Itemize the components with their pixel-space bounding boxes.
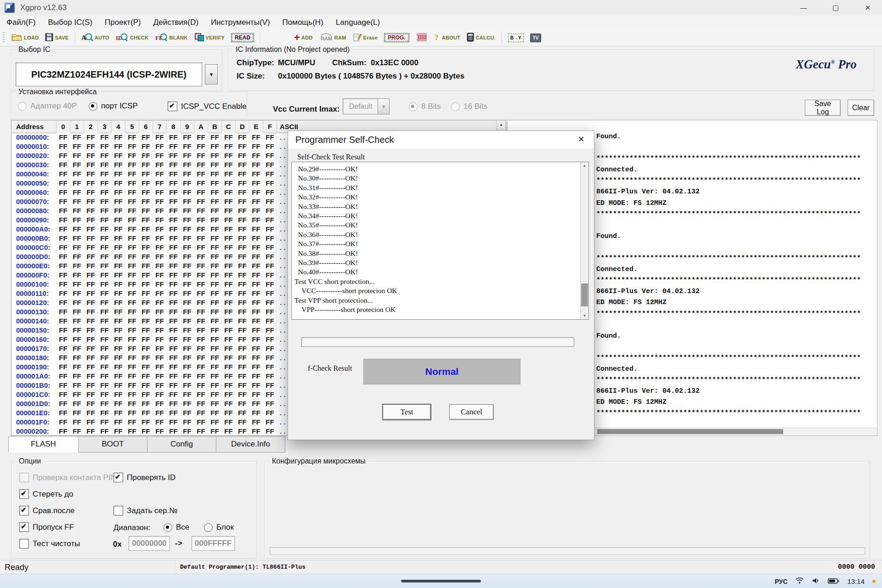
ic-select-dropdown-button[interactable]: ▼ bbox=[205, 64, 218, 85]
hex-byte-cell[interactable]: FF bbox=[125, 261, 139, 271]
hex-header-F[interactable]: F bbox=[263, 120, 277, 133]
hex-byte-cell[interactable]: FF bbox=[139, 317, 153, 326]
hex-byte-cell[interactable]: FF bbox=[139, 151, 153, 160]
hex-byte-cell[interactable]: FF bbox=[263, 252, 277, 261]
hex-byte-cell[interactable]: FF bbox=[167, 133, 181, 142]
hex-byte-cell[interactable]: FF bbox=[84, 362, 98, 372]
scrollbar-thumb[interactable] bbox=[597, 429, 783, 434]
hex-byte-cell[interactable]: FF bbox=[98, 298, 112, 307]
hex-byte-cell[interactable]: FF bbox=[249, 206, 263, 215]
hex-byte-cell[interactable]: FF bbox=[112, 427, 125, 435]
hex-byte-cell[interactable]: FF bbox=[181, 225, 194, 234]
hex-header-E[interactable]: E bbox=[249, 120, 263, 133]
hex-byte-cell[interactable]: FF bbox=[112, 225, 125, 234]
hex-byte-cell[interactable]: FF bbox=[153, 280, 167, 289]
hex-header-8[interactable]: 8 bbox=[167, 120, 181, 133]
hex-byte-cell[interactable]: FF bbox=[236, 317, 249, 326]
hex-byte-cell[interactable]: FF bbox=[125, 243, 139, 252]
hex-byte-cell[interactable]: FF bbox=[125, 225, 139, 234]
hex-byte-cell[interactable]: FF bbox=[125, 289, 139, 298]
hex-byte-cell[interactable]: FF bbox=[84, 271, 98, 280]
hex-byte-cell[interactable]: FF bbox=[112, 206, 125, 215]
hex-byte-cell[interactable]: FF bbox=[181, 271, 194, 280]
hex-byte-cell[interactable]: FF bbox=[167, 408, 181, 418]
hex-byte-cell[interactable]: FF bbox=[236, 381, 249, 390]
hex-byte-cell[interactable]: FF bbox=[263, 197, 277, 206]
hex-byte-cell[interactable]: FF bbox=[98, 261, 112, 271]
hex-byte-cell[interactable]: FF bbox=[181, 160, 194, 170]
hex-byte-cell[interactable]: FF bbox=[208, 418, 222, 427]
hex-byte-cell[interactable]: FF bbox=[98, 307, 112, 317]
hex-byte-cell[interactable]: FF bbox=[222, 381, 236, 390]
hex-header-2[interactable]: 2 bbox=[84, 120, 98, 133]
hex-byte-cell[interactable]: FF bbox=[222, 399, 236, 408]
hex-byte-cell[interactable]: FF bbox=[208, 399, 222, 408]
hex-byte-cell[interactable]: FF bbox=[222, 234, 236, 243]
hex-byte-cell[interactable]: FF bbox=[57, 307, 70, 317]
hex-byte-cell[interactable]: FF bbox=[112, 317, 125, 326]
hex-byte-cell[interactable]: FF bbox=[236, 362, 249, 372]
hex-byte-cell[interactable]: FF bbox=[139, 335, 153, 344]
hex-byte-cell[interactable]: FF bbox=[153, 234, 167, 243]
hex-byte-cell[interactable]: FF bbox=[139, 344, 153, 353]
hex-byte-cell[interactable]: FF bbox=[167, 243, 181, 252]
hex-byte-cell[interactable]: FF bbox=[181, 261, 194, 271]
hex-byte-cell[interactable]: FF bbox=[194, 188, 208, 197]
hex-byte-cell[interactable]: FF bbox=[139, 353, 153, 362]
hex-byte-cell[interactable]: FF bbox=[249, 418, 263, 427]
hex-byte-cell[interactable]: FF bbox=[57, 261, 70, 271]
hex-byte-cell[interactable]: FF bbox=[208, 335, 222, 344]
range-from-input[interactable]: 00000000 bbox=[129, 536, 170, 551]
hex-byte-cell[interactable]: FF bbox=[263, 215, 277, 225]
hex-byte-cell[interactable]: FF bbox=[70, 261, 84, 271]
hex-byte-cell[interactable]: FF bbox=[194, 151, 208, 160]
hex-byte-cell[interactable]: FF bbox=[98, 234, 112, 243]
hex-byte-cell[interactable]: FF bbox=[70, 418, 84, 427]
hex-byte-cell[interactable]: FF bbox=[236, 160, 249, 170]
hex-byte-cell[interactable]: FF bbox=[249, 215, 263, 225]
hex-byte-cell[interactable]: FF bbox=[249, 170, 263, 179]
hex-byte-cell[interactable]: FF bbox=[98, 372, 112, 381]
toolbar-blank-check-button[interactable]: FFBLANK bbox=[155, 33, 188, 43]
hex-byte-cell[interactable]: FF bbox=[263, 133, 277, 142]
menu-item-help[interactable]: Помощь(H) bbox=[283, 18, 323, 27]
hex-byte-cell[interactable]: FF bbox=[112, 188, 125, 197]
hex-byte-cell[interactable]: FF bbox=[194, 289, 208, 298]
hex-byte-cell[interactable]: FF bbox=[125, 362, 139, 372]
hex-byte-cell[interactable]: FF bbox=[181, 381, 194, 390]
hex-byte-cell[interactable]: FF bbox=[208, 280, 222, 289]
hex-byte-cell[interactable]: FF bbox=[222, 271, 236, 280]
scroll-up-icon[interactable]: ▲ bbox=[581, 162, 588, 169]
hex-byte-cell[interactable]: FF bbox=[153, 362, 167, 372]
hex-byte-cell[interactable]: FF bbox=[153, 160, 167, 170]
hex-byte-cell[interactable]: FF bbox=[98, 344, 112, 353]
toolbar-save-button[interactable]: SAVE bbox=[45, 33, 68, 43]
hex-byte-cell[interactable]: FF bbox=[181, 335, 194, 344]
hex-byte-cell[interactable]: FF bbox=[139, 289, 153, 298]
hex-header-3[interactable]: 3 bbox=[98, 120, 112, 133]
hex-byte-cell[interactable]: FF bbox=[236, 289, 249, 298]
self-check-result-item[interactable]: No.39#-----------OK! bbox=[294, 258, 579, 267]
hex-byte-cell[interactable]: FF bbox=[181, 142, 194, 151]
test-button[interactable]: Test bbox=[383, 404, 431, 420]
hex-byte-cell[interactable]: FF bbox=[84, 215, 98, 225]
hex-byte-cell[interactable]: FF bbox=[167, 390, 181, 399]
toolbar-check-id-button[interactable]: IDCHECK bbox=[116, 33, 149, 43]
hex-byte-cell[interactable]: FF bbox=[167, 271, 181, 280]
hex-byte-cell[interactable]: FF bbox=[98, 289, 112, 298]
hex-byte-cell[interactable]: FF bbox=[194, 344, 208, 353]
hex-byte-cell[interactable]: FF bbox=[181, 399, 194, 408]
hex-byte-cell[interactable]: FF bbox=[57, 271, 70, 280]
hex-byte-cell[interactable]: FF bbox=[84, 261, 98, 271]
hex-byte-cell[interactable]: FF bbox=[125, 427, 139, 435]
hex-byte-cell[interactable]: FF bbox=[57, 353, 70, 362]
hex-byte-cell[interactable]: FF bbox=[222, 344, 236, 353]
hex-byte-cell[interactable]: FF bbox=[194, 133, 208, 142]
hex-byte-cell[interactable]: FF bbox=[57, 289, 70, 298]
checkbox-erase-before[interactable]: Стереть до bbox=[19, 489, 73, 499]
hex-byte-cell[interactable]: FF bbox=[70, 307, 84, 317]
hex-byte-cell[interactable]: FF bbox=[139, 206, 153, 215]
self-check-result-item[interactable]: No.35#-----------OK! bbox=[294, 220, 579, 230]
hex-byte-cell[interactable]: FF bbox=[194, 418, 208, 427]
menu-item-actions[interactable]: Действия(D) bbox=[153, 18, 198, 27]
